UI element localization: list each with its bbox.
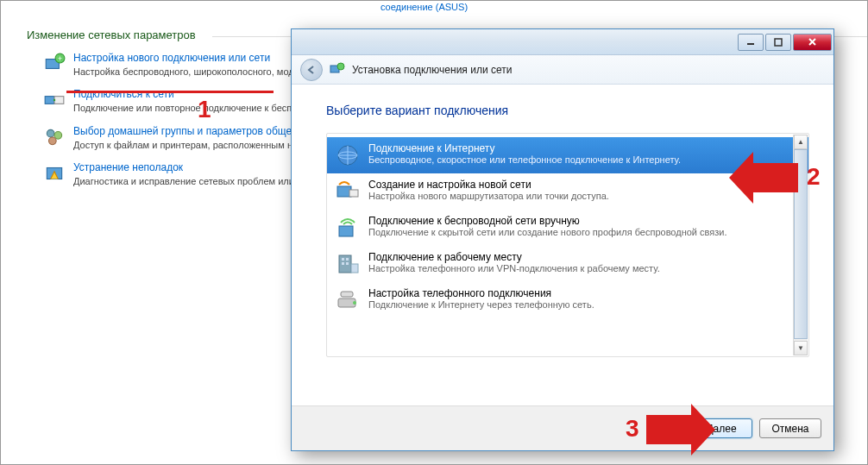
svg-point-5 <box>47 129 54 137</box>
svg-rect-18 <box>339 255 351 273</box>
dialog-footer: Далее Отмена <box>292 405 833 450</box>
dialog-titlebar[interactable] <box>292 29 833 55</box>
dialog-heading: Выберите вариант подключения <box>326 104 809 117</box>
option-workplace[interactable]: Подключение к рабочему месту Настройка т… <box>327 246 808 282</box>
svg-rect-17 <box>339 226 353 236</box>
phone-modem-icon <box>334 286 362 314</box>
cancel-button[interactable]: Отмена <box>759 418 821 438</box>
annotation-arrow-3 <box>646 404 715 456</box>
scroll-up-button[interactable]: ▲ <box>794 135 808 149</box>
annotation-underline <box>66 91 274 93</box>
dialog-navbar: Установка подключения или сети <box>292 55 833 85</box>
svg-point-6 <box>54 131 62 139</box>
svg-rect-22 <box>346 262 349 265</box>
dialog-title: Установка подключения или сети <box>352 64 512 76</box>
maximize-button[interactable] <box>765 34 791 51</box>
connect-network-icon <box>42 88 66 112</box>
option-wireless-manual[interactable]: Подключение к беспроводной сети вручную … <box>327 210 808 246</box>
minimize-button[interactable] <box>738 34 764 51</box>
troubleshoot-icon <box>42 161 66 185</box>
new-connection-icon: + <box>42 52 66 76</box>
svg-point-7 <box>49 137 57 145</box>
top-connection-link[interactable]: соединение (ASUS) <box>381 2 468 12</box>
option-dialup[interactable]: Настройка телефонного подключения Подклю… <box>327 282 808 318</box>
svg-rect-4 <box>54 97 64 104</box>
wireless-icon <box>334 214 362 242</box>
svg-point-26 <box>353 301 356 305</box>
svg-rect-20 <box>346 258 349 261</box>
option-desc: Настройка телефонного или VPN-подключени… <box>368 263 802 273</box>
back-button[interactable] <box>300 59 323 81</box>
homegroup-icon <box>42 125 66 149</box>
option-desc: Подключение к Интернету через телефонную… <box>368 299 802 310</box>
svg-text:+: + <box>58 54 62 63</box>
svg-rect-21 <box>342 262 344 265</box>
svg-rect-23 <box>351 264 358 273</box>
annotation-arrow-2 <box>729 152 798 204</box>
svg-rect-25 <box>341 292 353 297</box>
svg-rect-3 <box>45 97 54 104</box>
scroll-down-button[interactable]: ▼ <box>794 341 808 355</box>
setup-connection-dialog: Установка подключения или сети Выберите … <box>291 28 834 451</box>
svg-rect-16 <box>349 190 358 197</box>
building-icon <box>334 250 362 278</box>
svg-rect-19 <box>342 258 344 261</box>
router-icon <box>334 178 362 205</box>
close-button[interactable] <box>793 34 832 51</box>
option-title: Подключение к беспроводной сети вручную <box>368 215 802 227</box>
annotation-number-1: 1 <box>198 96 211 123</box>
globe-icon <box>334 141 362 169</box>
option-title: Настройка телефонного подключения <box>368 287 802 299</box>
annotation-number-3: 3 <box>626 415 639 443</box>
svg-rect-10 <box>775 39 782 46</box>
wizard-icon <box>330 62 345 78</box>
annotation-number-2: 2 <box>807 163 821 191</box>
option-desc: Подключение к скрытой сети или создание … <box>368 227 802 237</box>
svg-point-12 <box>337 63 344 70</box>
dialog-body: Выберите вариант подключения Подключение… <box>292 85 833 405</box>
option-title: Подключение к рабочему месту <box>368 251 802 263</box>
